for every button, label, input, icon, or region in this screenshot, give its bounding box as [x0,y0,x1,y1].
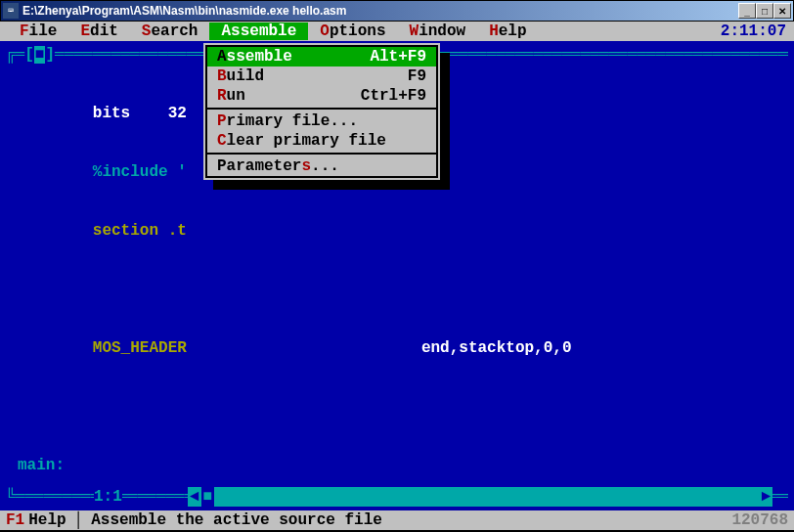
code-text: %include ' [93,163,187,181]
code-label: main: [18,457,65,474]
dd-clear-primary[interactable]: Clear primary file [207,131,436,151]
editor-area[interactable]: ╔═[■]═══════════════════════════════════… [0,41,794,510]
menu-edit[interactable]: Edit [68,22,129,40]
menu-search[interactable]: Search [130,22,210,40]
app-icon: ⌨ [3,3,19,19]
clock: 2:11:07 [721,22,786,40]
scroll-left-icon[interactable]: ◄ [188,487,201,507]
dd-assemble[interactable]: Assemble Alt+F9 [207,47,436,66]
dd-run[interactable]: Run Ctrl+F9 [207,86,436,106]
dropdown-separator [207,153,436,155]
dropdown-shadow [440,53,450,190]
window-title: E:\Zhenya\Program\ASM\Nasm\bin\nasmide.e… [22,4,738,18]
maximize-button[interactable]: □ [756,3,773,19]
status-bar: F1 Help │ Assemble the active source fil… [0,510,794,530]
menu-window[interactable]: Window [398,22,478,40]
code-text: bits 32 [93,105,187,122]
window-titlebar: ⌨ E:\Zhenya\Program\ASM\Nasm\bin\nasmide… [0,0,794,22]
code-text: section .t [93,222,187,240]
menu-file[interactable]: File [8,22,68,40]
status-f1-key[interactable]: F1 [6,511,24,529]
code-text: MOS_HEADER [93,339,187,357]
menu-assemble[interactable]: Assemble [209,22,308,40]
window-buttons: _ □ ✕ [738,3,791,19]
code-text: end,stacktop,0,0 [421,339,572,357]
dropdown-shadow [213,180,450,190]
scroll-right-icon[interactable]: ► [759,487,772,507]
menu-options[interactable]: Options [308,22,397,40]
dd-parameters[interactable]: Parameters... [207,156,436,176]
menu-help[interactable]: Help [477,22,538,40]
menu-bar: File Edit Search Assemble Options Window… [0,22,794,41]
status-separator: │ [74,511,84,529]
close-button[interactable]: ✕ [773,3,791,19]
minimize-button[interactable]: _ [738,3,756,19]
cursor-position: 1:1 [94,487,122,507]
horizontal-scrollbar[interactable]: ◄■► [188,487,772,507]
status-help-label[interactable]: Help [28,511,66,529]
status-hint: Assemble the active source file [91,511,382,529]
dd-primary-file[interactable]: Primary file... [207,111,436,131]
dropdown-separator [207,108,436,110]
assemble-dropdown: Assemble Alt+F9 Build F9 Run Ctrl+F9 Pri… [203,43,440,180]
scroll-thumb[interactable]: ■ [201,487,215,507]
status-memory: 120768 [731,511,788,529]
dd-build[interactable]: Build F9 [207,66,436,86]
